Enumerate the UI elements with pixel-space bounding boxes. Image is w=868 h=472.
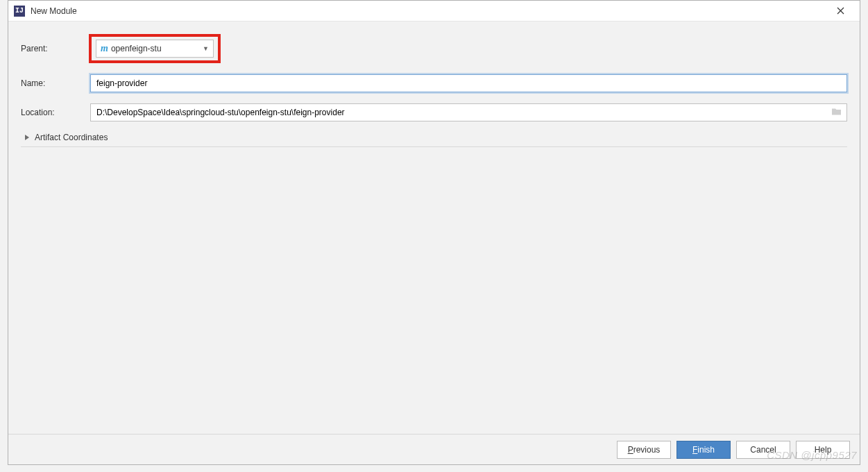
name-label: Name: (21, 78, 90, 88)
previous-button[interactable]: Previous (617, 441, 671, 459)
location-input[interactable] (90, 103, 847, 121)
parent-highlight-box: m openfeign-stu ▼ (89, 34, 221, 63)
expand-triangle-icon (25, 135, 29, 140)
location-row: Location: (21, 103, 847, 121)
location-label: Location: (21, 108, 90, 117)
cancel-button[interactable]: Cancel (736, 441, 790, 459)
intellij-icon: IJ (14, 6, 25, 17)
titlebar: IJ New Module (8, 1, 860, 22)
help-button[interactable]: Help (796, 441, 850, 459)
finish-button[interactable]: Finish (676, 441, 731, 459)
form-content: Parent: m openfeign-stu ▼ Name: Location… (8, 22, 860, 434)
name-row: Name: (21, 74, 847, 92)
parent-row: Parent: m openfeign-stu ▼ (21, 34, 847, 63)
parent-value: openfeign-stu (111, 44, 162, 53)
chevron-down-icon: ▼ (203, 45, 209, 52)
name-input[interactable] (90, 74, 847, 92)
parent-combobox[interactable]: m openfeign-stu ▼ (96, 40, 214, 58)
artifact-coordinates-label: Artifact Coordinates (35, 133, 108, 142)
parent-label: Parent: (21, 44, 90, 53)
maven-module-icon: m (101, 43, 108, 54)
window-title: New Module (31, 6, 77, 16)
close-icon (837, 7, 844, 15)
folder-icon (831, 108, 842, 116)
dialog-footer: Previous Finish Cancel Help (8, 434, 860, 464)
close-button[interactable] (826, 1, 854, 22)
browse-folder-button[interactable] (831, 108, 842, 118)
new-module-dialog: IJ New Module Parent: m openfeign-stu ▼ … (8, 0, 860, 465)
artifact-coordinates-expander[interactable]: Artifact Coordinates (21, 133, 847, 147)
